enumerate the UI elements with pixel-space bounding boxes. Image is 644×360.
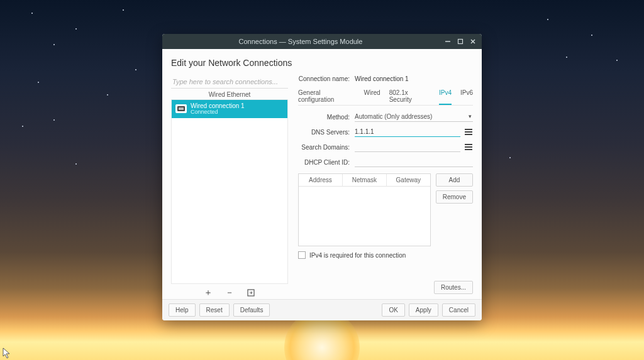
remove-connection-button[interactable]: －: [225, 288, 235, 298]
remove-address-button[interactable]: Remove: [436, 190, 473, 204]
svg-rect-1: [458, 40, 463, 44]
dns-servers-input[interactable]: [355, 127, 460, 137]
close-icon[interactable]: [469, 38, 477, 45]
routes-button[interactable]: Routes...: [434, 281, 473, 294]
ethernet-icon: [175, 104, 187, 113]
search-domains-label: Search Domains:: [298, 144, 355, 151]
tab-ipv4[interactable]: IPv4: [439, 87, 452, 105]
cursor-icon: [3, 347, 11, 359]
settings-window: Connections — System Settings Module Edi…: [162, 34, 482, 320]
col-gateway: Gateway: [387, 174, 430, 186]
dhcp-client-id-label: DHCP Client ID:: [298, 159, 355, 166]
connection-name-value: Wired connection 1: [355, 75, 409, 82]
cancel-button[interactable]: Cancel: [442, 303, 475, 317]
dhcp-client-id-input[interactable]: [355, 157, 473, 167]
help-button[interactable]: Help: [169, 303, 196, 317]
minimize-icon[interactable]: [444, 38, 452, 45]
ok-button[interactable]: OK: [382, 303, 404, 317]
defaults-button[interactable]: Defaults: [233, 303, 270, 317]
svg-rect-5: [179, 107, 184, 110]
export-connection-button[interactable]: [246, 288, 256, 298]
dialog-footer: Help Reset Defaults OK Apply Cancel: [162, 299, 482, 320]
page-heading: Edit your Network Connections: [171, 55, 473, 75]
titlebar[interactable]: Connections — System Settings Module: [162, 34, 482, 49]
apply-button[interactable]: Apply: [409, 303, 438, 317]
add-connection-button[interactable]: ＋: [203, 288, 213, 298]
connection-group-header: Wired Ethernet: [171, 89, 288, 99]
tab-wired[interactable]: Wired: [364, 87, 380, 105]
connection-status: Connected: [191, 109, 245, 116]
maximize-icon[interactable]: [457, 38, 464, 45]
add-address-button[interactable]: Add: [436, 173, 473, 187]
method-select[interactable]: Automatic (Only addresses): [355, 112, 473, 122]
tab-ipv6[interactable]: IPv6: [460, 87, 473, 105]
address-table[interactable]: Address Netmask Gateway: [298, 173, 431, 246]
search-domains-input[interactable]: [355, 142, 460, 152]
dns-edit-list-icon[interactable]: [464, 128, 473, 136]
tab-general[interactable]: General configuration: [298, 87, 355, 105]
connection-name-label: Connection name:: [298, 75, 355, 82]
connection-list-item[interactable]: Wired connection 1 Connected: [172, 100, 287, 118]
ipv4-required-label: IPv4 is required for this connection: [309, 252, 406, 259]
dns-servers-label: DNS Servers:: [298, 129, 355, 136]
method-label: Method:: [298, 114, 355, 121]
search-connections-input[interactable]: [171, 75, 288, 89]
col-netmask: Netmask: [343, 174, 387, 186]
window-title: Connections — System Settings Module: [162, 38, 439, 45]
ipv4-required-checkbox[interactable]: [298, 251, 306, 259]
tab-8021x[interactable]: 802.1x Security: [389, 87, 430, 105]
reset-button[interactable]: Reset: [199, 303, 230, 317]
search-domains-edit-list-icon[interactable]: [464, 143, 473, 151]
col-address: Address: [299, 174, 343, 186]
tabs: General configuration Wired 802.1x Secur…: [298, 87, 473, 106]
connection-list[interactable]: Wired connection 1 Connected: [171, 99, 288, 284]
